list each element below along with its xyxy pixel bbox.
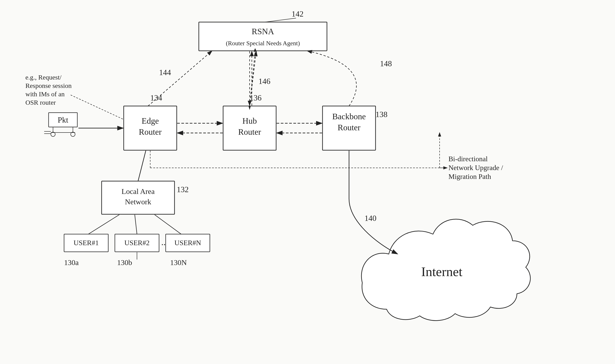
hub-router-label2: Router (238, 127, 261, 136)
ref-130a: 130a (64, 259, 79, 267)
ref-148: 148 (380, 59, 392, 68)
pkt-label: Pkt (58, 116, 68, 124)
annotation-req-response3: with IMs of an (26, 90, 65, 98)
edge-router-label: Edge (142, 116, 159, 125)
annotation-req-response4: OSR router (26, 99, 56, 106)
edge-router-label2: Router (139, 127, 162, 136)
backbone-router-label2: Router (338, 123, 361, 132)
backbone-router-label: Backbone (332, 112, 366, 121)
ref-134: 134 (150, 93, 162, 102)
rsna-sublabel: (Router Special Needs Agent) (226, 40, 300, 47)
ref-130n: 130N (170, 259, 187, 267)
migration-path-label3: Migration Path (448, 172, 491, 181)
usern-label: USER#N (174, 239, 201, 247)
user1-label: USER#1 (74, 239, 99, 247)
ref-136: 136 (250, 93, 262, 102)
rsna-label: RSNA (252, 27, 274, 36)
migration-path-label: Bi-directional (448, 155, 488, 163)
annotation-req-response2: Response session (26, 82, 72, 89)
migration-path-label2: Network Upgrade / (448, 164, 503, 172)
user2-label: USER#2 (124, 239, 150, 247)
lan-label2: Network (125, 198, 151, 206)
annotation-req-response: e.g., Request/ (26, 74, 62, 81)
ref-146: 146 (259, 77, 270, 86)
ref-142: 142 (292, 10, 303, 18)
ref-140: 140 (365, 214, 376, 223)
diagram-container: RSNA (Router Special Needs Agent) 142 Ed… (0, 0, 615, 364)
hub-router-label: Hub (242, 116, 257, 125)
ref-144: 144 (159, 68, 171, 77)
ref-132: 132 (177, 185, 189, 194)
lan-label: Local Area (121, 187, 155, 195)
ref-138: 138 (376, 110, 387, 119)
ref-130b: 130b (117, 259, 132, 267)
svg-rect-3 (0, 0, 615, 364)
internet-label: Internet (421, 264, 463, 279)
